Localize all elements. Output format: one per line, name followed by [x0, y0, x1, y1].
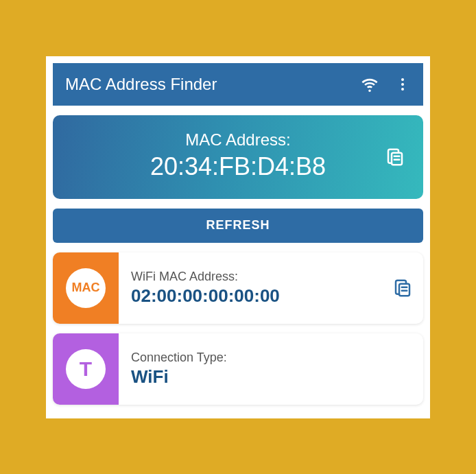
more-icon[interactable] — [394, 76, 411, 93]
connection-type-icon-box: T — [53, 333, 119, 405]
mac-badge-icon: MAC — [66, 268, 106, 308]
wifi-mac-label: WiFi MAC Address: — [131, 270, 370, 284]
app-screen: MAC Address Finder MAC Address: 20:34:FB… — [46, 56, 430, 418]
copy-wifi-mac-icon[interactable] — [382, 252, 423, 324]
wifi-mac-body: WiFi MAC Address: 02:00:00:00:00:00 — [119, 252, 382, 324]
app-bar-actions — [360, 75, 411, 94]
app-title: MAC Address Finder — [65, 75, 360, 94]
mac-hero-card: MAC Address: 20:34:FB:D4:B8 — [53, 115, 423, 199]
wifi-icon[interactable] — [360, 75, 379, 94]
svg-point-2 — [401, 88, 404, 91]
mac-hero-label: MAC Address: — [67, 130, 409, 150]
mac-hero-value: 20:34:FB:D4:B8 — [67, 152, 409, 181]
copy-mac-icon[interactable] — [385, 147, 405, 167]
app-bar: MAC Address Finder — [53, 63, 423, 106]
wifi-mac-icon-box: MAC — [53, 252, 119, 324]
wifi-mac-value: 02:00:00:00:00:00 — [131, 285, 370, 307]
type-badge-icon: T — [66, 349, 106, 389]
refresh-button[interactable]: REFRESH — [53, 209, 423, 243]
svg-point-0 — [401, 78, 404, 81]
connection-type-label: Connection Type: — [131, 351, 411, 365]
wifi-mac-card: MAC WiFi MAC Address: 02:00:00:00:00:00 — [53, 252, 423, 324]
connection-type-card: T Connection Type: WiFi — [53, 333, 423, 405]
connection-type-body: Connection Type: WiFi — [119, 333, 423, 405]
svg-point-1 — [401, 83, 404, 86]
connection-type-value: WiFi — [131, 366, 411, 388]
